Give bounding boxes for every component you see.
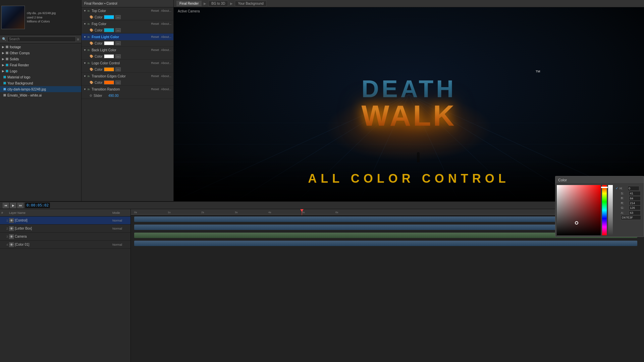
about-logo-color[interactable]: About...	[161, 61, 171, 65]
b-input[interactable]	[629, 196, 641, 201]
layer-row-1[interactable]: 1 👁 [Control] Normal	[0, 217, 130, 225]
color-picker-header: Color	[555, 176, 644, 184]
color-icon-top: 🎨	[90, 15, 93, 19]
reset-logo-color[interactable]: Reset	[150, 61, 160, 65]
tree-item-city-jpg[interactable]: city-dark-lamps-92248.jpg	[0, 86, 81, 92]
reset-transition-edges[interactable]: Reset	[150, 74, 160, 78]
color-swatch-fog[interactable]	[104, 28, 114, 32]
viewport-tab-bg-3d[interactable]: BG to 3D	[208, 1, 228, 6]
search-input[interactable]	[7, 37, 76, 42]
track-bars-container	[131, 215, 644, 362]
effect-row-transition-random[interactable]: ▼ fx Transition Random Reset About...	[82, 86, 173, 93]
effect-row-back-light[interactable]: ▼ fx Back Light Color Reset About...	[82, 47, 173, 53]
layer-name-3: Camera	[15, 235, 111, 238]
effect-transition-random: ▼ fx Transition Random Reset About... ⊙ …	[82, 86, 173, 99]
g-input[interactable]	[629, 205, 641, 210]
mini-btn-back[interactable]: —	[115, 54, 121, 58]
about-fog-color[interactable]: About...	[161, 22, 171, 25]
effect-row-fog-color[interactable]: ▼ fx Fog Color Reset About...	[82, 20, 173, 27]
bottom-section: ⏮ ▶ ⏭ 0:00:05:02 + - # Layer Name Mode 1…	[0, 201, 644, 362]
tree-item-final-render[interactable]: ▶ Final Render	[0, 62, 81, 68]
mini-btn-trans[interactable]: —	[115, 80, 121, 84]
s-input[interactable]	[629, 191, 641, 196]
viewport-tab-your-background[interactable]: Your Background	[235, 1, 266, 6]
tree-item-other-comps[interactable]: ▶ Other Comps	[0, 50, 81, 56]
color-swatch-top[interactable]	[104, 15, 114, 19]
track-bar-4[interactable]	[134, 241, 637, 246]
expand-fog: ▼	[84, 22, 86, 25]
reset-top-color[interactable]: Reset	[150, 9, 160, 12]
r-input[interactable]	[629, 201, 641, 205]
tree-item-your-bg[interactable]: Your Background	[0, 80, 81, 86]
preview-tm: ™	[535, 69, 541, 75]
effect-row-transition-edges[interactable]: ▼ fx Transition Edges Color Reset About.…	[82, 73, 173, 79]
alpha-bar[interactable]	[608, 185, 613, 235]
file-icon-city	[3, 88, 6, 90]
layer-mode-4: Normal	[112, 243, 129, 246]
about-top-color[interactable]: About...	[161, 9, 171, 12]
tree-item-footage[interactable]: ▶ footage	[0, 44, 81, 50]
reset-back-light[interactable]: Reset	[150, 48, 160, 52]
h-input[interactable]	[628, 186, 639, 191]
tree-item-label-bg: Your Background	[7, 81, 33, 85]
about-transition-random[interactable]: About...	[161, 87, 171, 91]
tree-item-material[interactable]: Material of logo	[0, 74, 81, 80]
mini-btn-fog[interactable]: —	[115, 28, 121, 32]
layer-name-4: [Color 01]	[15, 243, 111, 246]
project-file-preview: city-da...ps-92248.jpg used 2 time Milli…	[0, 0, 81, 35]
fx-badge-trans-rand: fx	[88, 88, 90, 91]
color-swatch-trans[interactable]	[104, 80, 114, 84]
slider-value-random[interactable]: 490.00	[108, 94, 122, 98]
tree-item-envato[interactable]: Envato_Wide - white.ai	[0, 92, 81, 98]
color-label-back: Color	[95, 55, 103, 58]
color-value-g: G:	[615, 205, 641, 210]
effect-row-front-light[interactable]: ▼ fx Front Light Color Reset About...	[82, 34, 173, 40]
color-swatch-front[interactable]	[104, 41, 114, 45]
prev-frame-btn[interactable]: ⏮	[3, 203, 9, 208]
layer-vis-2[interactable]: 👁	[9, 226, 14, 231]
tree-item-solids[interactable]: ▶ Solids	[0, 56, 81, 62]
mini-btn-top[interactable]: —	[115, 15, 121, 19]
viewport-tab-final-render[interactable]: Final Render	[176, 1, 202, 6]
color-sub-logo: 🎨 Color —	[82, 66, 173, 72]
next-frame-btn[interactable]: ⏭	[17, 203, 23, 208]
layer-vis-1[interactable]: 👁	[9, 218, 14, 223]
layer-mode-1: Normal	[112, 219, 129, 222]
layer-vis-4[interactable]: 👁	[9, 242, 14, 247]
effect-row-top-color[interactable]: ▼ fx Top Color Reset About...	[82, 7, 173, 14]
search-options-icon[interactable]: ≡	[77, 37, 79, 41]
reset-front-light[interactable]: Reset	[150, 35, 160, 39]
tree-item-logo[interactable]: ▶ Logo	[0, 68, 81, 74]
layer-row-2[interactable]: 2 👁 [Letter Box] Normal	[0, 225, 130, 233]
hue-cursor	[601, 187, 608, 188]
mini-btn-logo[interactable]: —	[115, 67, 121, 71]
about-front-light[interactable]: About...	[161, 35, 171, 39]
effect-label-top-color: Top Color	[92, 9, 149, 13]
reset-transition-random[interactable]: Reset	[150, 87, 160, 91]
file-icon-envato	[3, 94, 6, 97]
color-label-fog: Color	[95, 28, 103, 32]
color-picker-body: ✓ H: S: B: R: G:	[555, 184, 644, 237]
about-transition-edges[interactable]: About...	[161, 74, 171, 78]
color-sub-front: 🎨 Color —	[82, 40, 173, 46]
about-back-light[interactable]: About...	[161, 48, 171, 52]
hue-bar[interactable]	[602, 185, 607, 235]
mini-btn-front[interactable]: —	[115, 41, 121, 45]
reset-fog-color[interactable]: Reset	[150, 22, 160, 25]
color-swatch-back[interactable]	[104, 54, 114, 58]
a-input[interactable]	[629, 210, 641, 215]
expand-top: ▼	[84, 9, 86, 12]
layer-row-4[interactable]: 4 👁 [Color 01] Normal	[0, 241, 130, 249]
color-swatch-logo[interactable]	[104, 67, 114, 71]
file-thumbnail	[1, 6, 25, 29]
layer-vis-3[interactable]: 👁	[9, 234, 14, 239]
timecode-display[interactable]: 0:00:05:02	[25, 202, 50, 208]
effect-row-logo-color[interactable]: ▼ fx Logo Color Control Reset About...	[82, 60, 173, 66]
hex-input[interactable]	[621, 215, 641, 220]
layer-row-3[interactable]: 3 👁 Camera	[0, 233, 130, 241]
viewport-header: Final Render ▶ BG to 3D ▶ Your Backgroun…	[174, 0, 644, 7]
color-gradient-picker[interactable]	[557, 185, 601, 235]
timeline-header: ⏮ ▶ ⏭ 0:00:05:02 + -	[0, 202, 644, 209]
tree-item-label-envato: Envato_Wide - white.ai	[7, 94, 42, 97]
play-btn[interactable]: ▶	[10, 203, 16, 208]
